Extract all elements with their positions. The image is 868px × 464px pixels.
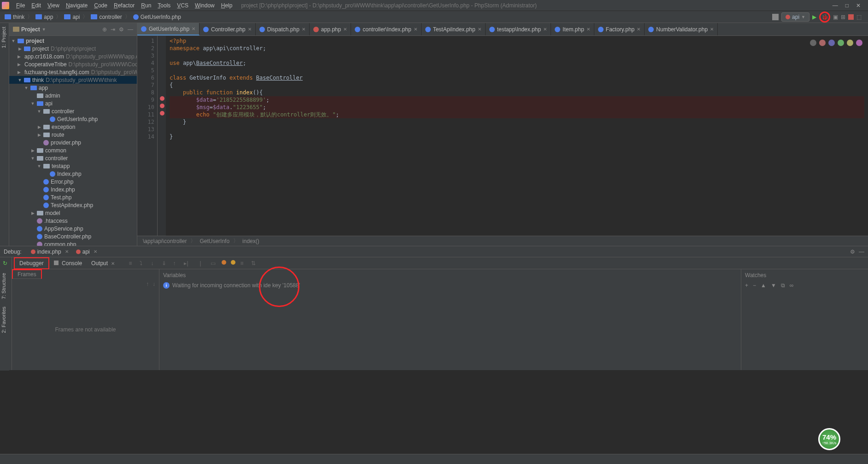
close-icon[interactable]: ✕ (65, 249, 69, 254)
tree-item[interactable]: ▼project (9, 37, 137, 45)
debugger-tab[interactable]: Debugger (14, 257, 49, 269)
editor-tab[interactable]: app.php✕ (310, 23, 351, 35)
breadcrumb-api[interactable]: api (62, 14, 82, 20)
breakpoint-gutter[interactable] (158, 36, 166, 236)
tree-item[interactable]: ▼thinkD:\phpstudy_pro\WWW\think (9, 76, 137, 84)
tree-item[interactable]: Test.php (9, 193, 137, 201)
code-editor[interactable]: <?phpnamespace app\api\controller;use ap… (166, 36, 868, 236)
safari-icon[interactable] (838, 40, 844, 46)
watch-icon[interactable] (222, 260, 226, 265)
profile-icon[interactable]: ⊞ (841, 14, 845, 20)
breadcrumb-app[interactable]: app (34, 14, 55, 20)
menu-code[interactable]: Code (91, 1, 111, 10)
editor-tab[interactable]: controller\Index.php✕ (351, 23, 421, 35)
tree-item[interactable]: ▶fuzhuang-test.hangfkj.comD:\phpstudy_pr… (9, 68, 137, 76)
tree-item[interactable]: Index.php (9, 186, 137, 193)
build-icon[interactable] (772, 14, 779, 20)
show-execution-icon[interactable]: ≡ (129, 260, 135, 267)
tree-item[interactable]: ▼app (9, 84, 137, 92)
editor-tab[interactable]: testapp\Index.php✕ (486, 23, 551, 35)
menu-refactor[interactable]: Refactor (111, 1, 138, 10)
editor-tab[interactable]: Item.php✕ (551, 23, 594, 35)
step-out-icon[interactable]: ↑ (173, 260, 179, 267)
gear-icon[interactable]: ⚙ (119, 26, 124, 33)
editor-tab[interactable]: NumberValidator.php✕ (645, 23, 718, 35)
tree-item[interactable]: provider.php (9, 139, 137, 146)
minimize-icon[interactable]: — (833, 2, 838, 9)
tree-item[interactable]: ▶CooperativeTribeD:\phpstudy_pro\WWW\Coo… (9, 60, 137, 68)
tree-item[interactable]: ▼api (9, 99, 137, 107)
output-tab[interactable]: Output ✕ (87, 258, 119, 268)
favorites-tool-tab[interactable]: 2: Favorites (0, 303, 7, 336)
run-to-cursor-icon[interactable]: ▸| (184, 260, 190, 267)
stop-button[interactable] (848, 14, 854, 20)
editor-tab[interactable]: Dispatch.php✕ (256, 23, 310, 35)
tree-item[interactable]: GetUserInfo.php (9, 115, 137, 123)
step-into-icon[interactable]: ↓ (151, 260, 157, 267)
console-tab[interactable]: Console (49, 258, 87, 268)
editor-tab[interactable]: Factory.php✕ (594, 23, 645, 35)
editor-breadcrumb[interactable]: \app\api\controller〉GetUserInfo〉index() (137, 236, 868, 246)
copy-icon[interactable]: ⧉ (781, 282, 785, 289)
tree-item[interactable]: common.php (9, 240, 137, 246)
debug-button[interactable]: 🐞 (819, 12, 830, 23)
editor-tab[interactable]: Controller.php✕ (199, 23, 256, 35)
menu-help[interactable]: Help (218, 1, 236, 10)
close-icon[interactable]: ✕ (94, 249, 97, 254)
gear-icon[interactable]: ⚙ (850, 249, 855, 255)
run-configuration-select[interactable]: api ▼ (781, 12, 809, 22)
frame-up-icon[interactable]: ↑ (146, 281, 149, 287)
ie-icon[interactable] (856, 40, 862, 46)
chrome-icon[interactable] (819, 40, 826, 46)
frame-down-icon[interactable]: ↓ (152, 281, 155, 287)
structure-tool-tab[interactable]: 7: Structure (0, 269, 7, 303)
editor-gutter[interactable]: 1234567891011121314 (137, 36, 158, 236)
project-tool-tab[interactable]: 1: Project (0, 23, 7, 52)
opera-icon[interactable] (847, 40, 853, 46)
breadcrumb-getuserinfo.php[interactable]: GetUserInfo.php (131, 14, 183, 20)
remove-watch-icon[interactable]: − (753, 282, 756, 289)
tree-item[interactable]: ▶projectD:\php\php\project (9, 45, 137, 52)
menu-view[interactable]: View (44, 1, 63, 10)
link-icon[interactable]: ∞ (790, 282, 794, 289)
tree-item[interactable]: AppService.php (9, 225, 137, 232)
tree-item[interactable]: ▶app.cr1618.comD:\phpstudy_pro\WWW\app.c… (9, 52, 137, 60)
menu-vcs[interactable]: VCS (174, 1, 192, 10)
breadcrumb-controller[interactable]: controller (89, 14, 123, 20)
force-step-icon[interactable]: ⇓ (162, 260, 168, 267)
menu-tools[interactable]: Tools (154, 1, 174, 10)
rerun-icon[interactable]: ↻ (3, 260, 9, 267)
firefox-icon[interactable] (810, 40, 816, 46)
tree-item[interactable]: ▶exception (9, 123, 137, 131)
down-icon[interactable]: ▼ (771, 282, 776, 289)
menu-navigate[interactable]: Navigate (63, 1, 91, 10)
tree-item[interactable]: ▶model (9, 209, 137, 217)
tree-item[interactable]: BaseController.php (9, 232, 137, 240)
tree-item[interactable]: admin (9, 92, 137, 99)
tree-item[interactable]: ▼controller (9, 107, 137, 115)
editor-body[interactable]: 1234567891011121314 <?phpnamespace app\a… (137, 36, 868, 236)
list-icon[interactable]: ≡ (240, 260, 246, 267)
coverage-icon[interactable]: ▣ (833, 14, 838, 20)
up-icon[interactable]: ▲ (761, 282, 766, 289)
tree-item[interactable]: ▼testapp (9, 162, 137, 170)
editor-tab[interactable]: GetUserInfo.php✕ (137, 23, 199, 35)
search-icon[interactable]: ⬚ (856, 14, 862, 20)
project-tree[interactable]: ▼project▶projectD:\php\php\project▶app.c… (9, 36, 137, 246)
menu-file[interactable]: File (13, 1, 28, 10)
menu-edit[interactable]: Edit (28, 1, 44, 10)
tree-item[interactable]: TestApiIndex.php (9, 201, 137, 209)
debug-tab-index[interactable]: index.php ✕ (27, 247, 72, 256)
hide-icon[interactable]: — (859, 249, 864, 255)
menu-window[interactable]: Window (192, 1, 218, 10)
hide-icon[interactable]: — (128, 26, 133, 33)
editor-tab[interactable]: TestApiIndex.php✕ (422, 23, 486, 35)
step-over-icon[interactable]: ⤵ (140, 260, 146, 267)
tree-item[interactable]: Error.php (9, 178, 137, 186)
tree-item[interactable]: ▶common (9, 146, 137, 154)
edge-icon[interactable] (828, 40, 835, 46)
debug-tab-api[interactable]: api ✕ (72, 247, 101, 256)
target-icon[interactable]: ⊕ (102, 26, 107, 33)
tree-item[interactable]: .htaccess (9, 217, 137, 225)
run-button[interactable]: ▶ (812, 14, 816, 20)
